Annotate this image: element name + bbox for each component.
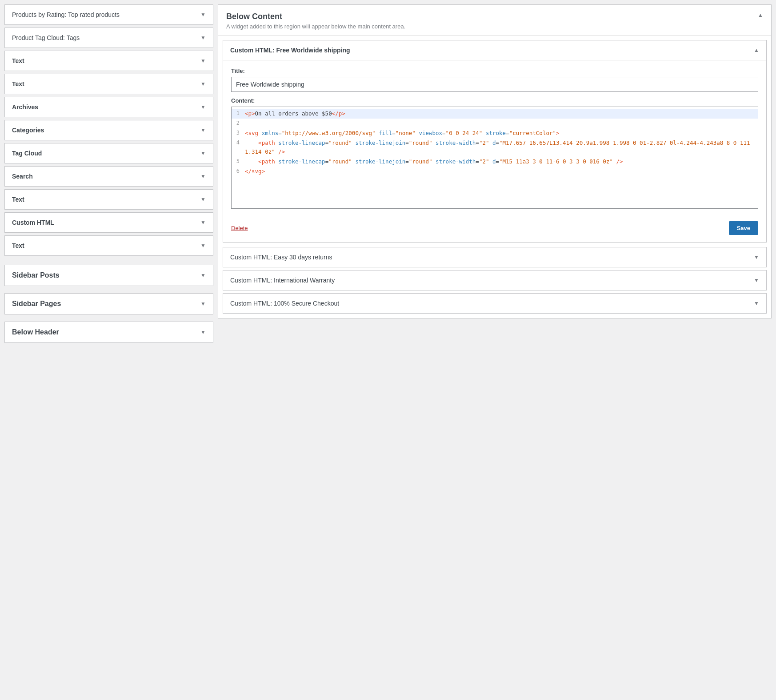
- widget-header-text-1[interactable]: Text ▼: [5, 51, 213, 71]
- right-panel: Below Content A widget added to this reg…: [218, 0, 776, 700]
- widget-header-products-by-rating[interactable]: Products by Rating: Top rated products ▼: [5, 5, 213, 24]
- below-content-header: Below Content A widget added to this reg…: [218, 5, 771, 36]
- chevron-down-icon: ▼: [200, 272, 206, 278]
- code-content-3: <svg xmlns="http://www.w3.org/2000/svg" …: [245, 129, 758, 138]
- section-sidebar-posts: Sidebar Posts ▼: [4, 265, 213, 286]
- widget-title-product-tag-cloud: Product Tag Cloud: Tags: [12, 34, 80, 41]
- chevron-down-icon: ▼: [200, 35, 206, 41]
- below-content-section: Below Content A widget added to this reg…: [218, 4, 772, 318]
- widget-header-product-tag-cloud[interactable]: Product Tag Cloud: Tags ▼: [5, 28, 213, 48]
- widget-title-text-3: Text: [12, 196, 24, 203]
- line-number-2: 2: [232, 119, 245, 127]
- code-content-4: <path stroke-linecap="round" stroke-line…: [245, 139, 758, 156]
- widget-title-text-1: Text: [12, 57, 24, 64]
- below-content-info: Below Content A widget added to this reg…: [226, 12, 405, 30]
- title-input[interactable]: [231, 77, 758, 92]
- collapsed-widget-row-secure-checkout[interactable]: Custom HTML: 100% Secure Checkout ▼: [223, 294, 766, 313]
- widget-archives: Archives ▼: [4, 97, 213, 117]
- widget-text-1: Text ▼: [4, 51, 213, 71]
- code-line-5: 5 <path stroke-linecap="round" stroke-li…: [232, 157, 758, 167]
- chevron-down-icon: ▼: [200, 301, 206, 307]
- widget-title-sidebar-pages: Sidebar Pages: [12, 300, 61, 308]
- below-content-description: A widget added to this region will appea…: [226, 23, 405, 30]
- widget-header-below-header[interactable]: Below Header ▼: [5, 322, 213, 342]
- section-below-header: Below Header ▼: [4, 322, 213, 343]
- chevron-down-icon: ▼: [200, 104, 206, 110]
- widget-search: Search ▼: [4, 166, 213, 187]
- widget-header-sidebar-pages[interactable]: Sidebar Pages ▼: [5, 294, 213, 314]
- line-number-1: 1: [232, 109, 245, 118]
- chevron-down-icon: ▼: [200, 219, 206, 226]
- section-sidebar-pages: Sidebar Pages ▼: [4, 293, 213, 314]
- widget-header-archives[interactable]: Archives ▼: [5, 97, 213, 117]
- left-panel: Products by Rating: Top rated products ▼…: [0, 0, 218, 700]
- delete-link[interactable]: Delete: [231, 225, 248, 231]
- chevron-down-icon: ▼: [200, 12, 206, 18]
- widget-header-text-2[interactable]: Text ▼: [5, 74, 213, 94]
- code-content-1: <p>On all orders above $50</p>: [245, 109, 758, 118]
- widget-title-text-4: Text: [12, 242, 24, 249]
- chevron-down-icon: ▼: [200, 196, 206, 203]
- right-widget-secure-checkout: Custom HTML: 100% Secure Checkout ▼: [223, 293, 767, 314]
- widget-title-tag-cloud: Tag Cloud: [12, 150, 42, 157]
- code-line-2: 2: [232, 119, 758, 128]
- widget-actions: Delete Save: [223, 216, 766, 242]
- widget-title-international-warranty: Custom HTML: International Warranty: [230, 277, 335, 284]
- widget-text-4: Text ▼: [4, 235, 213, 256]
- right-widget-international-warranty: Custom HTML: International Warranty ▼: [223, 270, 767, 290]
- widget-header-categories[interactable]: Categories ▼: [5, 120, 213, 140]
- code-content-5: <path stroke-linecap="round" stroke-line…: [245, 157, 758, 166]
- chevron-up-icon: ▲: [754, 47, 759, 53]
- content-field-label: Content:: [231, 97, 758, 104]
- widget-title-custom-html: Custom HTML: [12, 219, 54, 226]
- widget-header-search[interactable]: Search ▼: [5, 167, 213, 186]
- widget-title-secure-checkout: Custom HTML: 100% Secure Checkout: [230, 300, 339, 307]
- widget-product-tag-cloud: Product Tag Cloud: Tags ▼: [4, 28, 213, 48]
- line-number-5: 5: [232, 157, 245, 166]
- widget-title-below-header: Below Header: [12, 328, 59, 336]
- widget-title-archives: Archives: [12, 103, 38, 111]
- chevron-down-icon: ▼: [200, 127, 206, 133]
- code-editor[interactable]: 1 <p>On all orders above $50</p> 2 3 <sv…: [231, 107, 758, 209]
- chevron-down-icon: ▼: [754, 254, 759, 260]
- chevron-down-icon: ▼: [200, 173, 206, 179]
- code-line-6: 6 </svg>: [232, 167, 758, 176]
- widget-title-categories: Categories: [12, 127, 44, 134]
- save-button[interactable]: Save: [729, 221, 758, 235]
- widget-title-easy-returns: Custom HTML: Easy 30 days returns: [230, 254, 332, 261]
- line-number-6: 6: [232, 167, 245, 175]
- code-line-4: 4 <path stroke-linecap="round" stroke-li…: [232, 138, 758, 157]
- widget-products-by-rating: Products by Rating: Top rated products ▼: [4, 4, 213, 25]
- chevron-down-icon: ▼: [200, 329, 206, 335]
- right-collapsed-widgets: Custom HTML: Easy 30 days returns ▼ Cust…: [223, 247, 767, 314]
- widget-text-3: Text ▼: [4, 189, 213, 210]
- collapsed-widget-row-international-warranty[interactable]: Custom HTML: International Warranty ▼: [223, 270, 766, 290]
- widget-title-products-by-rating: Products by Rating: Top rated products: [12, 11, 120, 18]
- expanded-widget-body: Title: Content: 1 <p>On all orders above…: [223, 60, 766, 216]
- widget-header-text-4[interactable]: Text ▼: [5, 236, 213, 255]
- widget-header-tag-cloud[interactable]: Tag Cloud ▼: [5, 143, 213, 163]
- widget-header-custom-html[interactable]: Custom HTML ▼: [5, 213, 213, 232]
- expanded-custom-html-widget: Custom HTML: Free Worldwide shipping ▲ T…: [223, 40, 767, 243]
- code-line-1: 1 <p>On all orders above $50</p>: [232, 109, 758, 119]
- widget-header-sidebar-posts[interactable]: Sidebar Posts ▼: [5, 265, 213, 286]
- expanded-widget-header[interactable]: Custom HTML: Free Worldwide shipping ▲: [223, 40, 766, 60]
- line-number-4: 4: [232, 139, 245, 147]
- chevron-down-icon: ▼: [200, 243, 206, 249]
- widget-custom-html: Custom HTML ▼: [4, 212, 213, 233]
- collapsed-widget-row-easy-returns[interactable]: Custom HTML: Easy 30 days returns ▼: [223, 247, 766, 267]
- widget-tag-cloud: Tag Cloud ▼: [4, 143, 213, 163]
- below-content-title: Below Content: [226, 12, 405, 21]
- title-field-label: Title:: [231, 68, 758, 74]
- widget-header-text-3[interactable]: Text ▼: [5, 190, 213, 209]
- chevron-up-icon: ▲: [758, 12, 763, 18]
- widget-title-text-2: Text: [12, 80, 24, 88]
- line-number-3: 3: [232, 129, 245, 137]
- code-line-3: 3 <svg xmlns="http://www.w3.org/2000/svg…: [232, 128, 758, 138]
- widget-title-sidebar-posts: Sidebar Posts: [12, 271, 60, 279]
- chevron-down-icon: ▼: [754, 300, 759, 306]
- widget-categories: Categories ▼: [4, 120, 213, 140]
- right-widget-easy-returns: Custom HTML: Easy 30 days returns ▼: [223, 247, 767, 267]
- chevron-down-icon: ▼: [200, 150, 206, 156]
- code-content-2: [245, 119, 758, 128]
